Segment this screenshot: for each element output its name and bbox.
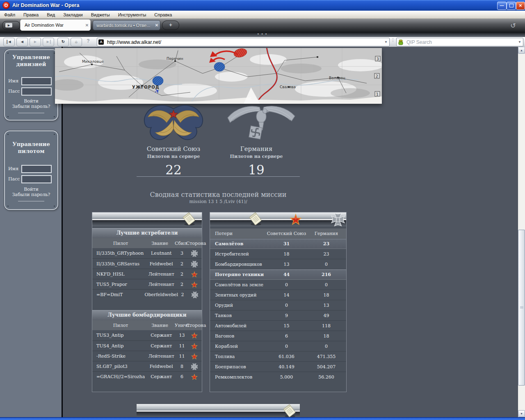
thumb-grip	[520, 306, 523, 307]
map-town-mikhalovce: Михаловце	[82, 59, 104, 64]
toolbar-grip[interactable]: • • •	[0, 32, 525, 37]
new-tab-button[interactable]: +	[162, 21, 179, 30]
soviet-pilots-label: Пилотов на сервере	[137, 154, 210, 159]
page-doc-icon: A	[98, 39, 104, 45]
red-star-icon	[191, 353, 198, 360]
fast-forward-button[interactable]: ►|	[43, 38, 54, 46]
panel-divider	[18, 201, 44, 201]
german-name: Германия	[219, 145, 293, 153]
search-input[interactable]	[406, 39, 516, 46]
notepad-icon	[181, 211, 197, 227]
campaign-map: Михаловце Перечин УЖГОРОД Воловец Сваляв…	[55, 48, 382, 104]
pilot-forgot-link[interactable]: Забыли пароль?	[5, 192, 57, 197]
menu-widgets[interactable]: Виджеты	[87, 12, 114, 17]
german-pilot-count: 19	[219, 162, 293, 177]
fighter-row: =BF=DmiTOberfeldwebel 2	[92, 289, 202, 300]
scroll-up-button[interactable]: ▲	[518, 47, 525, 54]
restore-button[interactable]	[507, 2, 516, 10]
window-title: Air Domination War - Opera	[12, 2, 79, 8]
losses-column-header: Потери Советский Союз Германия	[210, 228, 346, 238]
reload-button[interactable]: ↻	[57, 38, 69, 46]
home-button[interactable]: ⌂	[71, 38, 82, 46]
german-pilots-label: Пилотов на сервере	[219, 154, 293, 159]
division-forgot-link[interactable]: Забыли пароль?	[5, 104, 57, 109]
address-dropdown-icon[interactable]: ▼	[383, 40, 389, 44]
pilot-login-link[interactable]: Войти	[5, 187, 57, 192]
summary-title: Сводная статистика последней миссии	[95, 191, 341, 199]
map-town-volovec: Воловец	[329, 76, 345, 80]
vertical-scrollbar[interactable]: ▲ ▼	[518, 47, 525, 417]
name-label: Имя	[8, 78, 21, 84]
pilot-login-panel: Управление пилотом Имя Пасс Войти Забыли…	[4, 130, 58, 210]
toolbar-splitter[interactable]: ⋮	[390, 38, 395, 46]
menu-edit[interactable]: Правка	[19, 12, 43, 17]
fighter-row: II/335th_GRSavrasFeldwebel 2	[92, 258, 202, 269]
scrollbar-thumb[interactable]	[518, 230, 525, 386]
notepad-icon	[248, 211, 263, 227]
panels-toggle-button[interactable]: ▶	[2, 21, 20, 30]
svg-text:1: 1	[376, 92, 379, 96]
menu-bookmarks[interactable]: Закладки	[59, 12, 87, 17]
tab-title: warbirds.tomsk.ru • Отве...	[93, 23, 153, 28]
pilots-stats-panel: Лучшие истребители Пилот Звание Сбил Сто…	[92, 212, 202, 392]
division-login-link[interactable]: Войти	[5, 98, 57, 104]
losses-row: Танков949	[210, 310, 346, 321]
panel-divider	[18, 113, 44, 113]
window-titlebar: O Air Domination War - Opera	[0, 0, 525, 11]
address-input[interactable]	[106, 39, 383, 46]
losses-row: Автомобилей15118	[210, 320, 346, 331]
iron-cross-icon	[191, 363, 198, 370]
page-viewport: Управление дивизией Имя Пасс Войти Забыл…	[0, 47, 525, 417]
red-star-icon	[191, 332, 198, 339]
losses-row: Ремкомплектов5.00056.260	[210, 372, 346, 382]
pilot-name-input[interactable]	[21, 165, 52, 173]
help-icon[interactable]: ?	[84, 38, 92, 46]
soviet-name: Советский Союз	[137, 145, 210, 153]
losses-row: Кораблей00	[210, 341, 346, 352]
fighters-column-header: Пилот Звание Сбил Сторона	[92, 238, 202, 248]
taskbar-edge	[0, 417, 525, 420]
soviet-emblem	[139, 103, 208, 144]
losses-stats-panel: Потери Советский Союз Германия Самолётов…	[210, 212, 347, 392]
closed-tabs-icon[interactable]: ↺	[509, 21, 518, 30]
browser-window: O Air Domination War - Opera — ✕ Файл Пр…	[0, 0, 525, 420]
search-dropdown-icon[interactable]: ▼	[516, 40, 523, 44]
iron-cross-icon	[191, 260, 198, 268]
next-section-header-bar	[137, 404, 300, 417]
map-town-svalyava: Свалява	[280, 85, 296, 89]
rewind-button[interactable]: |◄	[3, 38, 15, 46]
menu-file[interactable]: Файл	[0, 12, 19, 17]
losses-row: Зенитных орудий1418	[210, 290, 346, 300]
restore-icon	[509, 4, 514, 7]
tab-close-icon[interactable]: ✕	[84, 23, 90, 27]
tab-close-icon[interactable]: ✕	[153, 23, 160, 27]
scroll-down-button[interactable]: ▼	[518, 410, 525, 417]
iron-cross-icon	[331, 212, 345, 227]
map-soviet-unit-marker	[214, 62, 225, 71]
map-town-perechin: Перечин	[167, 57, 183, 61]
faction-divider-line	[137, 176, 300, 177]
search-bar[interactable]: ▼	[396, 38, 523, 46]
losses-row: Потеряно техники44216	[210, 269, 346, 280]
back-button[interactable]: ◄	[16, 38, 28, 46]
opera-logo-icon: O	[2, 2, 10, 9]
close-button[interactable]: ✕	[516, 2, 525, 10]
menu-view[interactable]: Вид	[43, 12, 59, 17]
forward-button[interactable]: ►	[30, 38, 41, 46]
losses-row: Самолётов3123	[210, 238, 346, 249]
bomber-row: TUS4_AntipСержант 11	[92, 340, 202, 351]
menu-help[interactable]: Справка	[150, 12, 176, 17]
address-bar[interactable]: A ▼	[97, 38, 390, 46]
fighter-row: II/335th_GRTyphoonLeutnant 3	[92, 248, 202, 258]
menu-tools[interactable]: Инструменты	[114, 12, 151, 17]
fighters-section-title: Лучшие истребители	[92, 228, 202, 238]
division-name-input[interactable]	[21, 77, 52, 85]
svg-text:2: 2	[376, 74, 378, 78]
tab-warbirds[interactable]: warbirds.tomsk.ru • Отве... ✕	[93, 20, 160, 30]
minimize-button[interactable]: —	[497, 2, 507, 10]
tab-air-domination-war[interactable]: Air Domination War ✕	[20, 19, 91, 31]
pilot-pass-input[interactable]	[21, 175, 52, 183]
fighter-row: NKFD_HISLЛейтенант 2	[92, 269, 202, 279]
division-pass-input[interactable]	[21, 87, 52, 96]
losses-row: Вагонов618	[210, 331, 346, 341]
